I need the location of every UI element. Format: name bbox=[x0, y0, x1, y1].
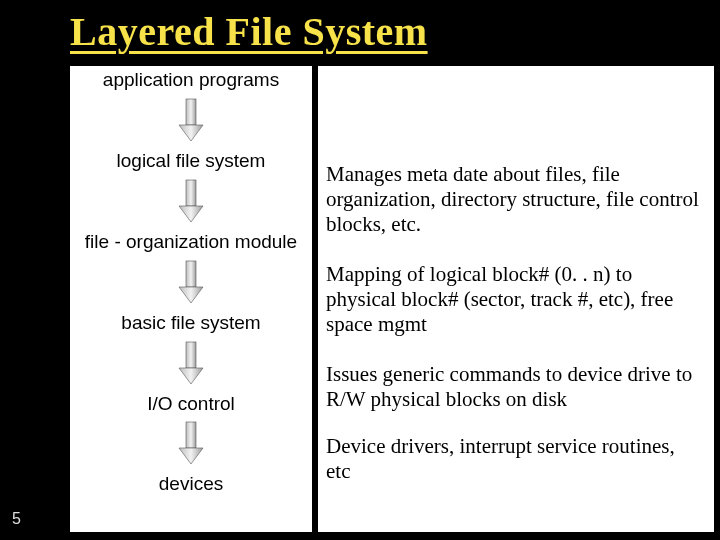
note-file-org: Mapping of logical block# (0. . n) to ph… bbox=[326, 262, 704, 336]
arrow-icon bbox=[176, 340, 206, 390]
layer-file-organization-module: file - organization module bbox=[85, 232, 297, 253]
layer-devices: devices bbox=[159, 474, 223, 495]
page-number: 5 bbox=[12, 510, 21, 528]
note-io-control: Device drivers, interrupt service routin… bbox=[326, 434, 704, 484]
svg-rect-2 bbox=[186, 180, 196, 206]
note-basic-fs: Issues generic commands to device drive … bbox=[326, 362, 704, 412]
layer-diagram: application programs logical file system bbox=[70, 66, 312, 532]
layer-io-control: I/O control bbox=[147, 394, 235, 415]
svg-marker-9 bbox=[179, 448, 203, 464]
note-logical-fs: Manages meta date about files, file orga… bbox=[326, 162, 704, 236]
arrow-icon bbox=[176, 259, 206, 309]
svg-rect-0 bbox=[186, 99, 196, 125]
svg-marker-1 bbox=[179, 125, 203, 141]
svg-marker-3 bbox=[179, 206, 203, 222]
svg-rect-8 bbox=[186, 422, 196, 448]
svg-rect-4 bbox=[186, 261, 196, 287]
svg-rect-6 bbox=[186, 342, 196, 368]
slide: Layered File System application programs… bbox=[0, 0, 720, 540]
arrow-icon bbox=[176, 420, 206, 470]
notes-column: Manages meta date about files, file orga… bbox=[318, 66, 714, 532]
arrow-icon bbox=[176, 178, 206, 228]
slide-title: Layered File System bbox=[70, 8, 428, 55]
svg-marker-7 bbox=[179, 368, 203, 384]
svg-marker-5 bbox=[179, 287, 203, 303]
layer-basic-file-system: basic file system bbox=[121, 313, 260, 334]
layer-application-programs: application programs bbox=[103, 70, 279, 91]
layer-logical-file-system: logical file system bbox=[117, 151, 266, 172]
arrow-icon bbox=[176, 97, 206, 147]
